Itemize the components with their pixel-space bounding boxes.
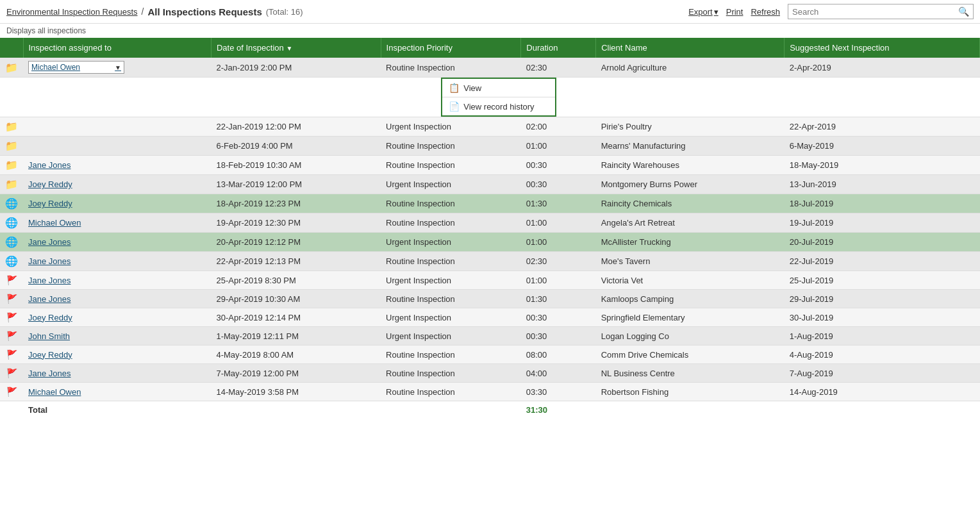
assigned-to-cell: Michael Owen ▼ xyxy=(23,58,211,78)
export-button[interactable]: Export ▾ xyxy=(688,7,718,17)
table-row: 📁 Michael Owen ▼ 2-Jan-2019 2:00 PM Rout… xyxy=(0,58,980,78)
dropdown-item[interactable]: 📋 View xyxy=(442,79,555,97)
date-cell: 25-Apr-2019 8:30 PM xyxy=(211,271,381,290)
assigned-to-name[interactable]: John Smith xyxy=(28,331,70,341)
assigned-to-name[interactable]: Jane Jones xyxy=(28,160,71,170)
client-cell: Mearns' Manufacturing xyxy=(596,137,785,156)
assigned-to-name[interactable]: Joey Reddy xyxy=(28,313,72,322)
dropdown-arrow-icon: ▼ xyxy=(115,64,121,71)
col-assigned-to: Inspection assigned to xyxy=(23,38,211,58)
chevron-down-icon: ▾ xyxy=(714,7,718,17)
refresh-button[interactable]: Refresh xyxy=(751,7,780,17)
assigned-to-name[interactable]: Jane Jones xyxy=(28,237,71,247)
table-row: 🚩 Jane Jones 7-May-2019 12:00 PM Routine… xyxy=(0,364,980,383)
assigned-to-cell: Michael Owen xyxy=(23,213,211,233)
date-cell: 22-Apr-2019 12:13 PM xyxy=(211,252,381,271)
breadcrumb-link[interactable]: Environmental Inspection Requests xyxy=(6,7,138,17)
client-cell: Victoria Vet xyxy=(596,271,785,290)
assigned-to-cell: Jane Jones xyxy=(23,290,211,308)
date-cell: 18-Apr-2019 12:23 PM xyxy=(211,194,381,213)
client-cell: Arnold Agriculture xyxy=(596,58,785,78)
client-cell: McAllister Trucking xyxy=(596,233,785,252)
client-cell: Kamloops Camping xyxy=(596,290,785,308)
duration-cell: 02:30 xyxy=(521,58,596,78)
duration-cell: 02:30 xyxy=(521,252,596,271)
table-row: 🌐 Michael Owen 19-Apr-2019 12:30 PM Rout… xyxy=(0,213,980,233)
client-cell: Raincity Chemicals xyxy=(596,194,785,213)
footer-empty-next xyxy=(785,401,980,419)
row-icon: 🚩 xyxy=(0,383,23,401)
next-cell: 29-Jul-2019 xyxy=(785,290,980,308)
assigned-to-dropdown[interactable]: Michael Owen ▼ xyxy=(28,61,124,74)
assigned-to-name[interactable]: Michael Owen xyxy=(28,387,81,397)
row-icon: 🚩 xyxy=(0,327,23,346)
col-date[interactable]: Date of Inspection ▼ xyxy=(211,38,381,58)
table-row: 🌐 Jane Jones 22-Apr-2019 12:13 PM Routin… xyxy=(0,252,980,271)
flag-icon: 🚩 xyxy=(6,312,17,322)
search-input[interactable] xyxy=(792,7,958,17)
priority-cell: Urgent Inspection xyxy=(381,175,521,194)
assigned-to-name[interactable]: Joey Reddy xyxy=(28,179,72,189)
row-icon: 🚩 xyxy=(0,308,23,327)
next-cell: 7-Aug-2019 xyxy=(785,364,980,383)
print-button[interactable]: Print xyxy=(726,7,743,17)
client-cell: Angela's Art Retreat xyxy=(596,213,785,233)
duration-cell: 00:30 xyxy=(521,327,596,346)
priority-cell: Routine Inspection xyxy=(381,194,521,213)
table-row: 📁 22-Jan-2019 12:00 PM Urgent Inspection… xyxy=(0,117,980,137)
globe-icon: 🌐 xyxy=(5,237,18,247)
flag-icon: 🚩 xyxy=(6,387,17,397)
table-row: 🚩 Michael Owen 14-May-2019 3:58 PM Routi… xyxy=(0,383,980,401)
row-icon: 🚩 xyxy=(0,290,23,308)
date-cell: 6-Feb-2019 4:00 PM xyxy=(211,137,381,156)
folder-icon: 📁 xyxy=(5,121,18,132)
duration-cell: 08:00 xyxy=(521,346,596,364)
assigned-to-cell: Joey Reddy xyxy=(23,308,211,327)
duration-cell: 01:00 xyxy=(521,213,596,233)
assigned-to-name[interactable]: Michael Owen xyxy=(31,63,80,72)
table-row: 🚩 John Smith 1-May-2019 12:11 PM Urgent … xyxy=(0,327,980,346)
assigned-to-name[interactable]: Jane Jones xyxy=(28,369,71,378)
table-row: 🚩 Jane Jones 29-Apr-2019 10:30 AM Routin… xyxy=(0,290,980,308)
assigned-to-name[interactable]: Jane Jones xyxy=(28,276,71,285)
row-icon: 🚩 xyxy=(0,271,23,290)
assigned-to-name[interactable]: Michael Owen xyxy=(28,218,81,228)
globe-icon: 🌐 xyxy=(5,217,18,228)
row-icon: 📁 xyxy=(0,175,23,194)
date-cell: 14-May-2019 3:58 PM xyxy=(211,383,381,401)
flag-icon: 🚩 xyxy=(6,331,17,341)
dropdown-item[interactable]: 📄 View record history xyxy=(442,97,555,115)
client-cell: Pirie's Poultry xyxy=(596,117,785,137)
client-cell: Comm Drive Chemicals xyxy=(596,346,785,364)
assigned-to-name[interactable]: Jane Jones xyxy=(28,294,71,304)
next-cell: 1-Aug-2019 xyxy=(785,327,980,346)
assigned-to-cell: Joey Reddy xyxy=(23,175,211,194)
search-box: 🔍 xyxy=(788,4,974,19)
footer-empty-client xyxy=(596,401,785,419)
priority-cell: Routine Inspection xyxy=(381,290,521,308)
table-row: 📁 6-Feb-2019 4:00 PM Routine Inspection … xyxy=(0,137,980,156)
row-icon: 📁 xyxy=(0,117,23,137)
next-cell: 19-Jul-2019 xyxy=(785,213,980,233)
date-cell: 2-Jan-2019 2:00 PM xyxy=(211,58,381,78)
assigned-to-name[interactable]: Jane Jones xyxy=(28,256,71,266)
folder-icon: 📁 xyxy=(5,160,18,171)
priority-cell: Routine Inspection xyxy=(381,252,521,271)
table-row: 🚩 Joey Reddy 30-Apr-2019 12:14 PM Urgent… xyxy=(0,308,980,327)
duration-cell: 00:30 xyxy=(521,308,596,327)
assigned-to-name[interactable]: Joey Reddy xyxy=(28,350,72,360)
table-row: 📁 Joey Reddy 13-Mar-2019 12:00 PM Urgent… xyxy=(0,175,980,194)
breadcrumb-area: Environmental Inspection Requests / All … xyxy=(6,6,303,17)
col-icon xyxy=(0,38,23,58)
assigned-to-name[interactable]: Joey Reddy xyxy=(28,199,72,208)
menu-icon: 📄 xyxy=(449,101,460,112)
client-cell: Raincity Warehouses xyxy=(596,156,785,175)
duration-cell: 01:00 xyxy=(521,137,596,156)
flag-icon: 🚩 xyxy=(6,349,17,360)
client-cell: Montgomery Burns Power xyxy=(596,175,785,194)
toolbar: Export ▾ Print Refresh 🔍 xyxy=(688,4,974,19)
duration-cell: 03:30 xyxy=(521,383,596,401)
page-count: (Total: 16) xyxy=(266,7,303,17)
priority-cell: Routine Inspection xyxy=(381,346,521,364)
globe-icon: 🌐 xyxy=(5,256,18,267)
